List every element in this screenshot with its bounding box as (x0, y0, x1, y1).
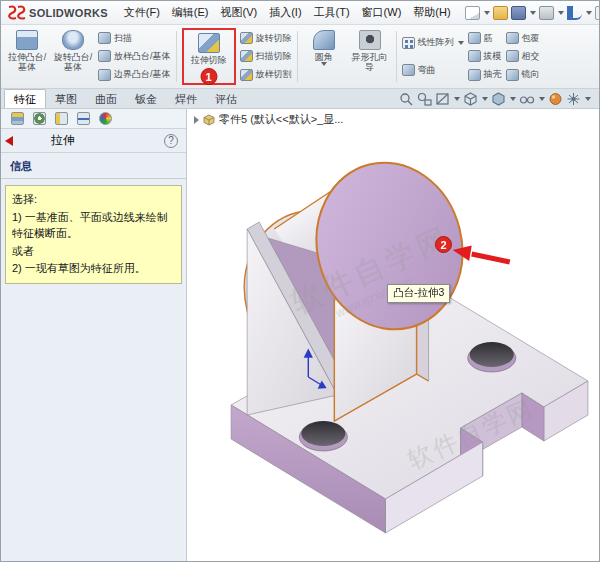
save-caret-icon[interactable] (530, 11, 536, 15)
shell-icon (468, 69, 481, 81)
print-caret-icon[interactable] (558, 11, 564, 15)
graphics-viewport[interactable]: 零件5 (默认<<默认>_显... (187, 109, 599, 561)
feature-tree-flyout[interactable]: 零件5 (默认<<默认>_显... (194, 112, 343, 127)
flex-label: 弯曲 (418, 64, 436, 77)
menu-window[interactable]: 窗口(W) (356, 2, 408, 23)
ribbon-separator (176, 31, 177, 82)
edit-appearance-icon[interactable] (548, 92, 563, 106)
wrap-button[interactable]: 包覆 (506, 30, 540, 46)
revolve-boss-button[interactable]: 旋转凸台/基体 (50, 27, 96, 86)
print-icon[interactable] (539, 6, 554, 20)
property-manager-header: 拉伸 ? (1, 129, 186, 153)
linear-pattern-button[interactable]: 线性阵列 (402, 35, 464, 51)
rib-column: 筋 拔模 抽壳 (466, 27, 504, 86)
tab-features[interactable]: 特征 (4, 89, 46, 108)
dimxpert-manager-tab-icon[interactable] (77, 112, 90, 125)
swept-cut-button[interactable]: 扫描切除 (240, 48, 292, 64)
section-view-icon[interactable] (435, 92, 450, 106)
zoom-fit-icon[interactable] (399, 92, 414, 106)
mirror-button[interactable]: 镜向 (506, 67, 540, 83)
flex-icon (402, 64, 415, 76)
revolve-cut-button[interactable]: 旋转切除 (240, 30, 292, 46)
ribbon-separator (396, 31, 397, 82)
solidworks-logo-icon (6, 5, 26, 20)
wrap-icon (506, 32, 519, 44)
save-icon[interactable] (511, 6, 526, 20)
tab-sketch[interactable]: 草图 (46, 90, 86, 108)
feature-manager-tab-icon[interactable] (11, 112, 24, 125)
lofted-boss-label: 放样凸台/基体 (114, 50, 171, 63)
draft-button[interactable]: 拔模 (468, 48, 502, 64)
fillet-icon (313, 30, 335, 50)
revolve-boss-label: 旋转凸台/基体 (51, 52, 95, 73)
menu-help[interactable]: 帮助(H) (407, 2, 456, 23)
section-view-caret-icon[interactable] (454, 97, 460, 101)
extrude-cut-icon (198, 33, 220, 53)
hide-show-caret-icon[interactable] (539, 97, 545, 101)
linear-pattern-caret-icon[interactable] (458, 41, 464, 45)
mounting-hole-left[interactable] (299, 421, 347, 451)
help-icon[interactable]: ? (164, 134, 178, 148)
view-orientation-caret-icon[interactable] (482, 97, 488, 101)
menu-view[interactable]: 视图(V) (215, 2, 264, 23)
extrude-cut-highlight-box: 拉伸切除 1 (182, 28, 236, 85)
collapse-panel-icon[interactable] (5, 136, 13, 146)
new-caret-icon[interactable] (484, 11, 490, 15)
message-line: 2) 一现有草图为特征所用。 (12, 260, 175, 277)
menu-bar: SOLIDWORKS 文件(F) 编辑(E) 视图(V) 插入(I) 工具(T)… (1, 1, 599, 25)
hole-wizard-button[interactable]: 异形孔向导 (347, 27, 393, 86)
undo-caret-icon[interactable] (586, 11, 592, 15)
boundary-boss-button[interactable]: 边界凸台/基体 (98, 67, 171, 83)
rebuild-icon[interactable] (595, 6, 600, 20)
tab-surfaces[interactable]: 曲面 (86, 90, 126, 108)
display-style-caret-icon[interactable] (510, 97, 516, 101)
linear-pattern-label: 线性阵列 (418, 36, 454, 49)
intersect-button[interactable]: 相交 (506, 48, 540, 64)
view-settings-icon[interactable] (566, 92, 581, 106)
solidworks-logo: SOLIDWORKS (6, 5, 108, 20)
lofted-cut-icon (240, 69, 253, 81)
view-orientation-icon[interactable] (463, 92, 478, 106)
swept-cut-label: 扫描切除 (256, 50, 292, 63)
tab-weldments[interactable]: 焊件 (166, 90, 206, 108)
property-manager-tab-icon[interactable] (33, 112, 46, 125)
zoom-area-icon[interactable] (417, 92, 432, 106)
swept-boss-icon (98, 32, 111, 44)
menu-edit[interactable]: 编辑(E) (166, 2, 215, 23)
tree-expand-icon[interactable] (194, 116, 199, 124)
hide-show-items-icon[interactable] (519, 92, 535, 106)
configuration-manager-tab-icon[interactable] (55, 112, 68, 125)
shell-button[interactable]: 抽壳 (468, 67, 502, 83)
intersect-icon (506, 50, 519, 62)
mounting-hole-right[interactable] (468, 342, 516, 372)
lofted-boss-button[interactable]: 放样凸台/基体 (98, 48, 171, 64)
display-manager-tab-icon[interactable] (99, 112, 112, 125)
swept-boss-button[interactable]: 扫描 (98, 30, 171, 46)
intersect-label: 相交 (522, 50, 540, 63)
menu-tools[interactable]: 工具(T) (308, 2, 356, 23)
wrap-label: 包覆 (522, 32, 540, 45)
menu-insert[interactable]: 插入(I) (263, 2, 307, 23)
display-style-icon[interactable] (491, 92, 506, 106)
flex-button[interactable]: 弯曲 (402, 62, 464, 78)
lofted-cut-button[interactable]: 放样切割 (240, 67, 292, 83)
view-settings-caret-icon[interactable] (585, 97, 591, 101)
rib-button[interactable]: 筋 (468, 30, 502, 46)
cut-column: 旋转切除 扫描切除 放样切割 (238, 27, 294, 86)
tab-sheet-metal[interactable]: 钣金 (126, 90, 166, 108)
swept-boss-label: 扫描 (114, 32, 132, 45)
new-document-icon[interactable] (465, 6, 480, 20)
panel-title: 拉伸 (51, 132, 164, 149)
open-icon[interactable] (493, 6, 508, 20)
lofted-cut-label: 放样切割 (256, 68, 292, 81)
model-scene[interactable]: 软件自学网 www.rjzxw.com 软件自学网 (187, 109, 599, 561)
solidworks-window: SOLIDWORKS 文件(F) 编辑(E) 视图(V) 插入(I) 工具(T)… (0, 0, 600, 562)
extrude-boss-button[interactable]: 拉伸凸台/基体 (4, 27, 50, 86)
draft-icon (468, 50, 481, 62)
tab-evaluate[interactable]: 评估 (206, 90, 246, 108)
menu-file[interactable]: 文件(F) (118, 2, 166, 23)
fillet-caret-icon[interactable] (321, 62, 327, 66)
extrude-cut-button[interactable]: 拉伸切除 (186, 30, 232, 65)
fillet-button[interactable]: 圆角 (301, 27, 347, 86)
undo-icon[interactable] (567, 6, 582, 20)
